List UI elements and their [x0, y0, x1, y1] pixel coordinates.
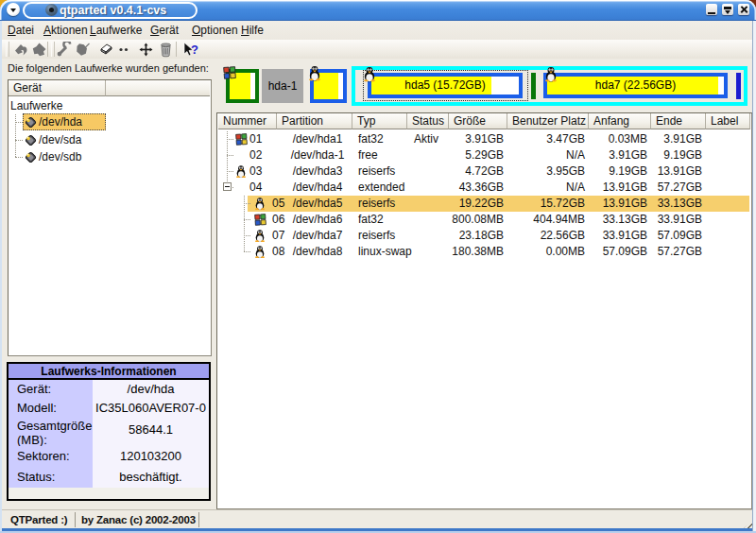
- svg-text:?: ?: [191, 43, 198, 57]
